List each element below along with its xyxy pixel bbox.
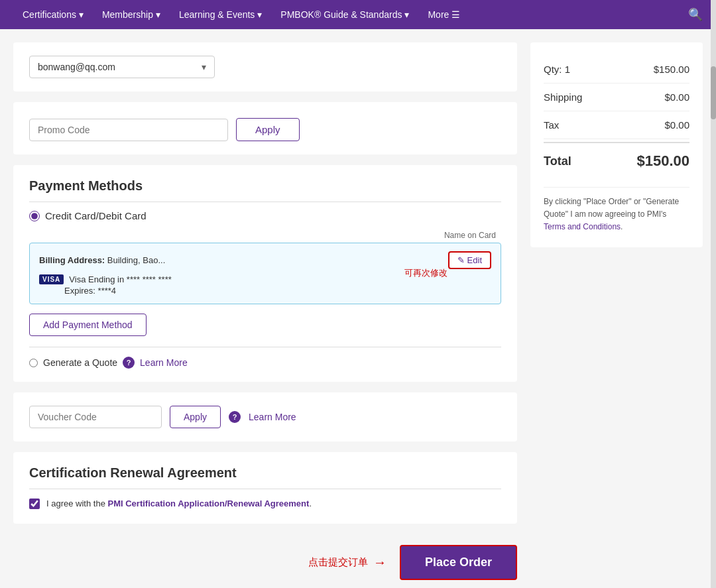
place-order-section: 点击提交订单 → Place Order — [13, 534, 517, 589]
card-info-box: Billing Address: Building, Bao... ✎ Edit… — [29, 243, 501, 304]
nav-membership[interactable]: Membership ▾ — [93, 9, 170, 20]
agreement-text: I agree with the PMI Certification Appli… — [46, 497, 312, 510]
generate-quote-radio[interactable] — [29, 359, 38, 367]
nav-bar: Certifications ▾ Membership ▾ Learning &… — [0, 0, 716, 29]
voucher-apply-button[interactable]: Apply — [170, 406, 221, 428]
nav-more[interactable]: More ☰ — [418, 9, 469, 20]
agreement-link[interactable]: PMI Certification Application/Renewal Ag… — [108, 499, 310, 508]
visa-badge: VISA — [39, 274, 64, 284]
promo-code-card: Apply — [13, 102, 517, 154]
order-summary-sidebar: Qty: 1 $150.00 Shipping $0.00 Tax $0.00 … — [530, 42, 703, 247]
payment-section-title: Payment Methods — [29, 178, 501, 194]
promo-code-input[interactable] — [29, 119, 228, 141]
click-note: 点击提交订单 → — [308, 555, 387, 570]
chevron-down-icon: ▾ — [156, 9, 160, 20]
hamburger-icon: ☰ — [451, 9, 460, 20]
payment-methods-card: Payment Methods Credit Card/Debit Card N… — [13, 165, 517, 382]
name-on-card-label: Name on Card — [29, 231, 496, 240]
help-icon[interactable]: ? — [123, 357, 135, 369]
credit-card-radio[interactable] — [29, 211, 40, 221]
voucher-help-icon[interactable]: ? — [229, 411, 241, 423]
learn-more-link[interactable]: Learn More — [140, 357, 188, 368]
credit-card-radio-row: Credit Card/Debit Card — [29, 210, 501, 221]
email-dropdown[interactable]: bonwang@qq.com ▾ — [29, 56, 215, 78]
nav-certifications[interactable]: Certifications ▾ — [13, 9, 93, 20]
arrow-icon: → — [373, 555, 387, 570]
agreement-checkbox[interactable] — [29, 499, 40, 509]
place-order-button[interactable]: Place Order — [400, 545, 517, 580]
voucher-code-input[interactable] — [29, 406, 162, 428]
voucher-learn-more-link[interactable]: Learn More — [249, 412, 296, 422]
nav-learning-events[interactable]: Learning & Events ▾ — [170, 9, 271, 20]
promo-apply-button[interactable]: Apply — [236, 118, 300, 141]
chevron-down-icon: ▾ — [79, 9, 84, 20]
scrollbar[interactable] — [711, 0, 716, 588]
nav-pmbok[interactable]: PMBOK® Guide & Standards ▾ — [271, 9, 418, 20]
scrollbar-thumb[interactable] — [711, 66, 716, 119]
can-edit-note: 可再次修改 — [404, 267, 448, 279]
chevron-down-icon: ▾ — [202, 62, 206, 72]
agreement-title: Certification Renewal Agreement — [29, 465, 501, 481]
voucher-code-card: Apply ? Learn More — [13, 392, 517, 441]
add-payment-method-button[interactable]: Add Payment Method — [29, 314, 147, 336]
edit-button[interactable]: ✎ Edit — [448, 251, 491, 269]
terms-text: By clicking "Place Order" or "Generate Q… — [544, 187, 689, 234]
chevron-down-icon: ▾ — [404, 9, 409, 20]
chevron-down-icon: ▾ — [257, 9, 262, 20]
terms-link[interactable]: Terms and Conditions — [544, 222, 621, 231]
search-icon[interactable]: 🔍 — [688, 7, 703, 22]
email-card: bonwang@qq.com ▾ — [13, 42, 517, 91]
renewal-agreement-card: Certification Renewal Agreement I agree … — [13, 452, 517, 524]
